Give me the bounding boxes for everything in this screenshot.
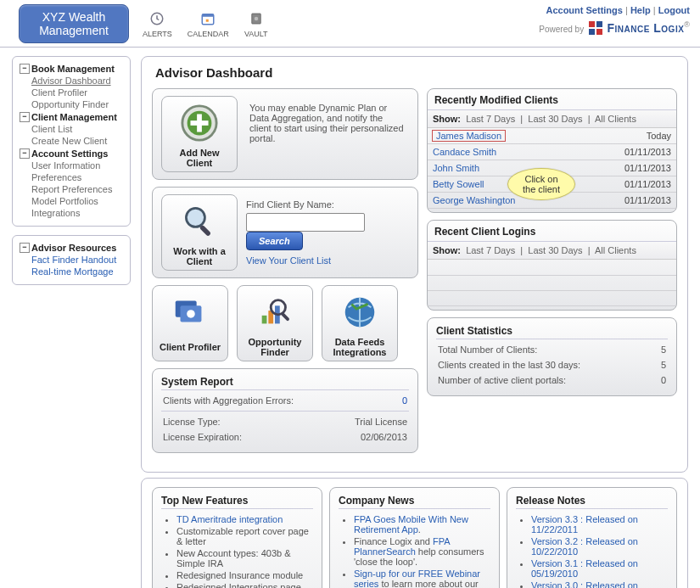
work-with-client-card: Work with a Client Find Client By Name: … (152, 187, 418, 278)
client-link[interactable]: John Smith (433, 163, 479, 173)
logins-filter-7[interactable]: Last 7 Days (466, 245, 515, 255)
search-button[interactable]: Search (246, 232, 303, 250)
svg-rect-8 (596, 21, 602, 27)
news-card: Company News FPA Goes Mobile With New Re… (329, 487, 500, 588)
link-help[interactable]: Help (630, 5, 651, 15)
client-link[interactable]: James Madison (433, 131, 505, 141)
bottom-panel: Top New Features TD Ameritrade integrati… (141, 478, 688, 588)
nav-vault[interactable]: VAULT (244, 9, 268, 38)
chart-magnifier-icon (254, 291, 296, 333)
release-link[interactable]: Version 3.0 : Released on 03/24/2010 (531, 580, 638, 588)
features-card: Top New Features TD Ameritrade integrati… (152, 487, 322, 588)
svg-rect-7 (589, 21, 595, 27)
client-link[interactable]: Candace Smith (433, 147, 496, 157)
client-link[interactable]: Betty Sowell (433, 179, 484, 189)
dashboard-panel: Advisor Dashboard Add New Client (141, 56, 688, 473)
globe-icon (339, 291, 381, 333)
group-client[interactable]: Client Management (20, 112, 123, 122)
sidebar-item-preferences[interactable]: Preferences (20, 171, 123, 183)
client-link[interactable]: George Washington (433, 195, 515, 205)
sidebar-panel-main: Book Management Advisor Dashboard Client… (12, 56, 131, 227)
release-link[interactable]: Version 3.1 : Released on 05/19/2010 (531, 558, 638, 579)
brand-line2: Management (36, 24, 111, 37)
sidebar-item-advisor-dashboard[interactable]: Advisor Dashboard (20, 75, 123, 87)
group-book[interactable]: Book Management (20, 64, 123, 74)
svg-point-5 (254, 16, 258, 20)
sidebar-item-create-client[interactable]: Create New Client (20, 135, 123, 147)
action-tiles-row: Client Profiler Opportunity Finder (152, 285, 418, 361)
nav-calendar[interactable]: CALENDAR (188, 9, 229, 38)
svg-rect-16 (199, 225, 211, 237)
sidebar-panel-advisor: Advisor Resources Fact Finder Handout Re… (12, 235, 131, 285)
client-stats-card: Client Statistics Total Number of Client… (427, 317, 677, 396)
news-link[interactable]: FPA Goes Mobile With New Retirement App (354, 514, 468, 535)
release-link[interactable]: Version 3.3 : Released on 11/22/2011 (531, 514, 638, 535)
svg-rect-20 (262, 316, 267, 324)
clock-icon (148, 9, 166, 28)
svg-rect-14 (190, 120, 208, 126)
magnifier-icon (178, 200, 221, 243)
sidebar-item-client-list[interactable]: Client List (20, 123, 123, 135)
agg-errors-link[interactable]: 0 (402, 395, 407, 406)
svg-rect-3 (206, 19, 209, 21)
add-client-card: Add New Client You may enable Dynamic Pl… (152, 88, 418, 180)
sidebar-item-client-profiler[interactable]: Client Profiler (20, 87, 123, 98)
group-account[interactable]: Account Settings (20, 148, 123, 159)
vault-icon (247, 9, 266, 28)
find-client-input[interactable] (246, 213, 365, 232)
logins-filter-all[interactable]: All Clients (595, 245, 636, 255)
svg-rect-9 (589, 29, 595, 35)
calendar-icon (199, 9, 217, 28)
view-client-list-link[interactable]: View Your Client List (246, 255, 331, 266)
annotation-bubble: Click on the client (507, 168, 575, 200)
releases-card: Release Notes Version 3.3 : Released on … (507, 487, 677, 588)
add-client-msg: You may enable Dynamic Plan or Data Aggr… (246, 96, 409, 150)
svg-rect-2 (203, 14, 215, 16)
sidebar-item-opportunity-finder[interactable]: Opportunity Finder (20, 98, 123, 110)
brand-line1: XYZ Wealth (36, 10, 111, 24)
svg-point-15 (186, 208, 204, 227)
nav-alerts[interactable]: ALERTS (143, 9, 172, 38)
finance-logix-icon (589, 21, 602, 35)
release-link[interactable]: Version 3.2 : Released on 10/22/2010 (531, 536, 638, 557)
filter-30days[interactable]: Last 30 Days (528, 114, 582, 124)
filter-all[interactable]: All Clients (595, 114, 636, 124)
svg-rect-24 (281, 312, 290, 322)
top-nav: ALERTS CALENDAR VAULT (143, 9, 268, 38)
logins-filter-30[interactable]: Last 30 Days (528, 245, 582, 255)
link-account-settings[interactable]: Account Settings (546, 5, 622, 15)
svg-rect-10 (596, 29, 602, 35)
tile-data-feeds[interactable]: Data Feeds Integrations (322, 285, 398, 361)
sidebar: Book Management Advisor Dashboard Client… (0, 48, 136, 588)
top-right: Account Settings | Help | Logout Powered… (539, 5, 690, 35)
svg-point-19 (187, 310, 195, 318)
work-with-client-tile[interactable]: Work with a Client (161, 194, 238, 271)
feature-link[interactable]: TD Ameritrade integration (176, 514, 283, 524)
system-report-card: System Report Clients with Aggregation E… (152, 368, 418, 453)
topbar: XYZ Wealth Management ALERTS CALENDAR (0, 0, 700, 48)
link-logout[interactable]: Logout (658, 5, 690, 15)
group-advisor-resources[interactable]: Advisor Resources (20, 243, 123, 253)
plus-circle-icon (178, 102, 221, 144)
filter-7days[interactable]: Last 7 Days (466, 114, 515, 124)
tile-opportunity-finder[interactable]: Opportunity Finder (237, 285, 313, 361)
table-row: James MadisonToday (428, 128, 676, 144)
powered-by: Powered by Finance Logix® (539, 20, 690, 35)
sidebar-item-report-prefs[interactable]: Report Preferences (20, 183, 123, 195)
add-new-client-tile[interactable]: Add New Client (161, 96, 238, 172)
sidebar-item-integrations[interactable]: Integrations (20, 207, 123, 219)
sidebar-item-model-portfolios[interactable]: Model Portfolios (20, 195, 123, 207)
sidebar-item-fact-finder[interactable]: Fact Finder Handout (20, 254, 123, 266)
recent-logins-card: Recent Client Logins Show: Last 7 Days |… (427, 220, 677, 311)
brand[interactable]: XYZ Wealth Management (19, 4, 129, 43)
system-report-table: Clients with Aggregation Errors:0 (161, 392, 409, 409)
find-label: Find Client By Name: (246, 199, 334, 210)
main: Advisor Dashboard Add New Client (136, 48, 700, 588)
sidebar-item-mortgage[interactable]: Real-time Mortgage (20, 266, 123, 277)
page-title: Advisor Dashboard (155, 65, 677, 80)
profiler-icon (169, 291, 211, 333)
table-row: Candace Smith01/11/2013 (428, 144, 676, 160)
sidebar-item-user-info[interactable]: User Information (20, 160, 123, 171)
tile-client-profiler[interactable]: Client Profiler (152, 285, 228, 361)
